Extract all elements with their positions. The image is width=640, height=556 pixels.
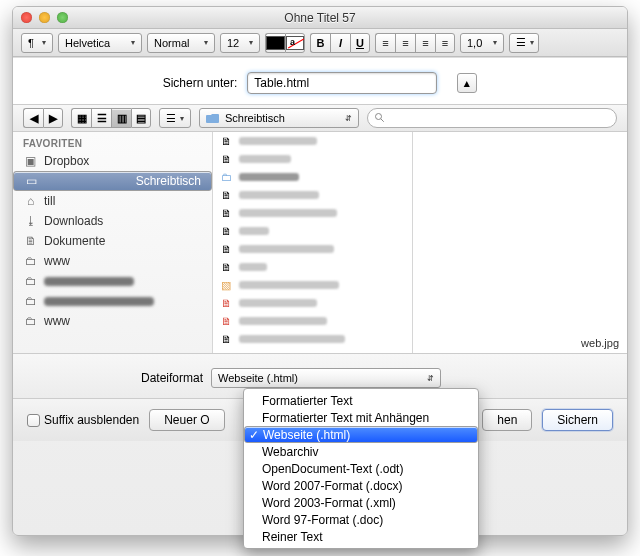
image-icon: ▧ xyxy=(219,278,233,292)
sidebar-item-folder[interactable]: 🗀 xyxy=(13,291,212,311)
coverflow-view-button[interactable]: ▤ xyxy=(131,108,151,128)
folder-icon: 🗀 xyxy=(23,294,38,308)
format-option[interactable]: Reiner Text xyxy=(244,528,478,545)
back-button[interactable]: ◀ xyxy=(23,108,43,128)
updown-icon: ⇵ xyxy=(427,374,434,383)
sidebar-item-folder[interactable]: 🗀 xyxy=(13,271,212,291)
column-view-button[interactable]: ▥ xyxy=(111,108,131,128)
font-family-select[interactable]: Helvetica▾ xyxy=(58,33,142,53)
align-center-button[interactable]: ≡ xyxy=(395,33,415,53)
sidebar-item-folder[interactable]: 🗀 www xyxy=(13,251,212,271)
file-icon: 🗎 xyxy=(219,242,233,256)
file-column-1[interactable]: 🗎 🗎 🗀 🗎 🗎 🗎 🗎 🗎 ▧ 🗎 🗎 🗎 xyxy=(213,132,413,353)
window-title: Ohne Titel 57 xyxy=(13,11,627,25)
save-sheet: Sichern unter: ▴ ◀ ▶ ▦ ☰ ▥ ▤ ☰▾ Schreibt… xyxy=(13,57,627,441)
format-option[interactable]: Formatierter Text mit Anhängen xyxy=(244,409,478,426)
file-caption: web.jpg xyxy=(421,337,620,353)
bold-button[interactable]: B xyxy=(310,33,330,53)
sidebar-item-folder[interactable]: 🗀 www xyxy=(13,311,212,331)
file-format-value: Webseite (.html) xyxy=(218,372,298,384)
file-icon: 🗎 xyxy=(219,206,233,220)
chevron-icon: ▾ xyxy=(42,38,46,47)
paragraph-style-select[interactable]: ¶▾ xyxy=(21,33,53,53)
align-right-button[interactable]: ≡ xyxy=(415,33,435,53)
color-group: a xyxy=(265,33,305,53)
format-option[interactable]: Word 2003-Format (.xml) xyxy=(244,494,478,511)
format-option[interactable]: Word 2007-Format (.docx) xyxy=(244,477,478,494)
format-option-selected[interactable]: ✓Webseite (.html) xyxy=(244,426,478,443)
new-folder-button[interactable]: Neuer O xyxy=(149,409,224,431)
sidebar-item-label: Dropbox xyxy=(44,154,89,168)
align-left-button[interactable]: ≡ xyxy=(375,33,395,53)
filename-input[interactable] xyxy=(247,72,437,94)
sidebar-item-documents[interactable]: 🗎 Dokumente xyxy=(13,231,212,251)
alignment-group: ≡ ≡ ≡ ≡ xyxy=(375,33,455,53)
sidebar: FAVORITEN ▣ Dropbox ▭ Schreibtisch ⌂ til… xyxy=(13,132,213,353)
pdf-icon: 🗎 xyxy=(219,296,233,310)
save-as-row: Sichern unter: ▴ xyxy=(13,58,627,104)
font-size-select[interactable]: 12▾ xyxy=(220,33,260,53)
file-icon: 🗎 xyxy=(219,152,233,166)
save-button[interactable]: Sichern xyxy=(542,409,613,431)
file-format-dropdown[interactable]: Formatierter Text Formatierter Text mit … xyxy=(243,388,479,549)
underline-button[interactable]: U xyxy=(350,33,370,53)
svg-point-0 xyxy=(376,114,382,120)
sidebar-item-desktop[interactable]: ▭ Schreibtisch xyxy=(13,171,212,191)
format-option[interactable]: Formatierter Text xyxy=(244,392,478,409)
browser-toolbar: ◀ ▶ ▦ ☰ ▥ ▤ ☰▾ Schreibtisch ⇵ xyxy=(13,104,627,132)
folder-icon xyxy=(206,111,220,125)
search-icon xyxy=(374,112,386,124)
highlight-color-button[interactable]: a xyxy=(285,33,305,53)
updown-icon: ⇵ xyxy=(345,114,352,123)
icon-view-button[interactable]: ▦ xyxy=(71,108,91,128)
font-style-select[interactable]: Normal▾ xyxy=(147,33,215,53)
file-icon: 🗎 xyxy=(219,134,233,148)
dropbox-icon: ▣ xyxy=(23,154,38,168)
forward-button[interactable]: ▶ xyxy=(43,108,63,128)
file-format-select[interactable]: Webseite (.html) ⇵ xyxy=(211,368,441,388)
format-option[interactable]: Webarchiv xyxy=(244,443,478,460)
folder-icon: 🗀 xyxy=(219,170,233,184)
list-view-button[interactable]: ☰ xyxy=(91,108,111,128)
documents-icon: 🗎 xyxy=(23,234,38,248)
arrange-select[interactable]: ☰▾ xyxy=(159,108,191,128)
sidebar-item-home[interactable]: ⌂ till xyxy=(13,191,212,211)
titlebar: Ohne Titel 57 xyxy=(13,7,627,29)
sidebar-item-dropbox[interactable]: ▣ Dropbox xyxy=(13,151,212,171)
sidebar-item-downloads[interactable]: ⭳ Downloads xyxy=(13,211,212,231)
folder-icon: 🗀 xyxy=(23,274,38,288)
file-icon: 🗎 xyxy=(219,260,233,274)
sidebar-header: FAVORITEN xyxy=(13,132,212,151)
file-browser: FAVORITEN ▣ Dropbox ▭ Schreibtisch ⌂ til… xyxy=(13,132,627,354)
format-option[interactable]: OpenDocument-Text (.odt) xyxy=(244,460,478,477)
format-option[interactable]: Word 97-Format (.doc) xyxy=(244,511,478,528)
sidebar-item-label: Dokumente xyxy=(44,234,105,248)
sidebar-item-label: till xyxy=(44,194,55,208)
file-column-2[interactable]: web.jpg xyxy=(413,132,628,353)
align-justify-button[interactable]: ≡ xyxy=(435,33,455,53)
list-style-select[interactable]: ☰▾ xyxy=(509,33,539,53)
italic-button[interactable]: I xyxy=(330,33,350,53)
chevron-icon: ▾ xyxy=(249,38,253,47)
location-popup[interactable]: Schreibtisch ⇵ xyxy=(199,108,359,128)
text-style-group: B I U xyxy=(310,33,370,53)
search-field[interactable] xyxy=(367,108,617,128)
cancel-button[interactable]: hen xyxy=(482,409,532,431)
folder-icon: 🗀 xyxy=(23,314,38,328)
text-color-button[interactable] xyxy=(265,33,285,53)
checkbox-icon xyxy=(27,414,40,427)
checkbox-label: Suffix ausblenden xyxy=(44,413,139,427)
sidebar-item-label: www xyxy=(44,254,70,268)
location-label: Schreibtisch xyxy=(225,112,285,124)
file-icon: 🗎 xyxy=(219,188,233,202)
hide-suffix-checkbox[interactable]: Suffix ausblenden xyxy=(27,413,139,427)
view-mode-group: ▦ ☰ ▥ ▤ xyxy=(71,108,151,128)
line-spacing-select[interactable]: 1,0▾ xyxy=(460,33,504,53)
sidebar-item-label: Schreibtisch xyxy=(136,174,201,188)
checkmark-icon: ✓ xyxy=(249,428,259,442)
sidebar-item-label: Downloads xyxy=(44,214,103,228)
pdf-icon: 🗎 xyxy=(219,314,233,328)
collapse-button[interactable]: ▴ xyxy=(457,73,477,93)
home-icon: ⌂ xyxy=(23,194,38,208)
formatting-toolbar: ¶▾ Helvetica▾ Normal▾ 12▾ a B I U ≡ ≡ ≡ … xyxy=(13,29,627,57)
